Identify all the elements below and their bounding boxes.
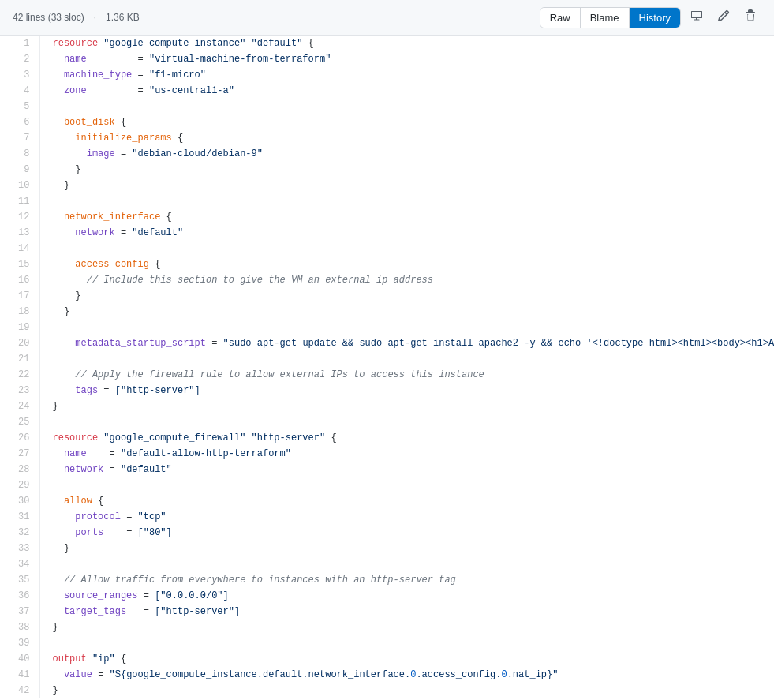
line-number: 18 bbox=[0, 304, 39, 320]
line-content bbox=[39, 351, 774, 367]
line-content: resource "google_compute_firewall" "http… bbox=[39, 430, 774, 446]
blame-button[interactable]: Blame bbox=[581, 8, 630, 28]
table-row: 1resource "google_compute_instance" "def… bbox=[0, 36, 774, 51]
trash-icon bbox=[744, 9, 757, 22]
line-number: 31 bbox=[0, 509, 39, 525]
line-content: network = "default" bbox=[39, 225, 774, 241]
table-row: 28 network = "default" bbox=[0, 462, 774, 477]
table-row: 16 // Include this section to give the V… bbox=[0, 272, 774, 288]
line-content: name = "virtual-machine-from-terraform" bbox=[39, 51, 774, 67]
line-content: } bbox=[39, 304, 774, 320]
table-row: 36 source_ranges = ["0.0.0.0/0"] bbox=[0, 588, 774, 604]
line-content: // Apply the firewall rule to allow exte… bbox=[39, 367, 774, 383]
table-row: 40output "ip" { bbox=[0, 651, 774, 667]
line-content: boot_disk { bbox=[39, 114, 774, 130]
table-row: 14 bbox=[0, 241, 774, 256]
history-button[interactable]: History bbox=[630, 8, 680, 28]
line-content: } bbox=[39, 288, 774, 304]
table-row: 18 } bbox=[0, 304, 774, 320]
line-content: name = "default-allow-http-terraform" bbox=[39, 446, 774, 462]
table-row: 27 name = "default-allow-http-terraform" bbox=[0, 446, 774, 462]
line-content: } bbox=[39, 683, 774, 698]
table-row: 23 tags = ["http-server"] bbox=[0, 383, 774, 399]
line-number: 24 bbox=[0, 399, 39, 414]
line-content: zone = "us-central1-a" bbox=[39, 83, 774, 99]
line-number: 14 bbox=[0, 241, 39, 256]
code-container: 1resource "google_compute_instance" "def… bbox=[0, 36, 774, 698]
line-count: 42 lines (33 sloc) bbox=[13, 12, 84, 23]
line-content: } bbox=[39, 541, 774, 556]
table-row: 17 } bbox=[0, 288, 774, 304]
line-content: initialize_params { bbox=[39, 130, 774, 146]
line-number: 41 bbox=[0, 667, 39, 683]
line-number: 26 bbox=[0, 430, 39, 446]
table-row: 21 bbox=[0, 351, 774, 367]
line-content: allow { bbox=[39, 493, 774, 509]
line-content: image = "debian-cloud/debian-9" bbox=[39, 146, 774, 162]
line-number: 15 bbox=[0, 256, 39, 272]
line-content bbox=[39, 193, 774, 209]
line-number: 3 bbox=[0, 67, 39, 83]
line-number: 28 bbox=[0, 462, 39, 477]
line-content: resource "google_compute_instance" "defa… bbox=[39, 36, 774, 51]
display-button[interactable] bbox=[686, 6, 708, 28]
edit-button[interactable] bbox=[712, 6, 735, 28]
line-number: 6 bbox=[0, 114, 39, 130]
line-content bbox=[39, 477, 774, 493]
line-number: 23 bbox=[0, 383, 39, 399]
line-number: 40 bbox=[0, 651, 39, 667]
line-content: // Include this section to give the VM a… bbox=[39, 272, 774, 288]
line-number: 16 bbox=[0, 272, 39, 288]
table-row: 11 bbox=[0, 193, 774, 209]
line-content: network_interface { bbox=[39, 209, 774, 225]
table-row: 30 allow { bbox=[0, 493, 774, 509]
line-content: ports = ["80"] bbox=[39, 525, 774, 541]
table-row: 31 protocol = "tcp" bbox=[0, 509, 774, 525]
line-number: 4 bbox=[0, 83, 39, 99]
table-row: 10 } bbox=[0, 178, 774, 193]
line-content: } bbox=[39, 162, 774, 178]
monitor-icon bbox=[690, 9, 703, 22]
line-content: network = "default" bbox=[39, 462, 774, 477]
line-number: 32 bbox=[0, 525, 39, 541]
line-number: 27 bbox=[0, 446, 39, 462]
line-content: source_ranges = ["0.0.0.0/0"] bbox=[39, 588, 774, 604]
line-number: 2 bbox=[0, 51, 39, 67]
line-content: value = "${google_compute_instance.defau… bbox=[39, 667, 774, 683]
table-row: 19 bbox=[0, 320, 774, 335]
file-size: 1.36 KB bbox=[106, 12, 140, 23]
table-row: 20 metadata_startup_script = "sudo apt-g… bbox=[0, 335, 774, 351]
line-number: 12 bbox=[0, 209, 39, 225]
file-info: 42 lines (33 sloc) · 1.36 KB bbox=[13, 12, 140, 23]
table-row: 15 access_config { bbox=[0, 256, 774, 272]
toolbar: 42 lines (33 sloc) · 1.36 KB Raw Blame H… bbox=[0, 0, 774, 36]
table-row: 33 } bbox=[0, 541, 774, 556]
table-row: 38} bbox=[0, 620, 774, 635]
table-row: 34 bbox=[0, 556, 774, 572]
line-content: } bbox=[39, 399, 774, 414]
table-row: 7 initialize_params { bbox=[0, 130, 774, 146]
line-content bbox=[39, 241, 774, 256]
line-content bbox=[39, 556, 774, 572]
raw-button[interactable]: Raw bbox=[540, 8, 581, 28]
table-row: 3 machine_type = "f1-micro" bbox=[0, 67, 774, 83]
line-number: 5 bbox=[0, 99, 39, 114]
table-row: 32 ports = ["80"] bbox=[0, 525, 774, 541]
line-number: 21 bbox=[0, 351, 39, 367]
line-content: } bbox=[39, 178, 774, 193]
line-content: access_config { bbox=[39, 256, 774, 272]
line-number: 38 bbox=[0, 620, 39, 635]
line-number: 11 bbox=[0, 193, 39, 209]
line-content: } bbox=[39, 620, 774, 635]
table-row: 26resource "google_compute_firewall" "ht… bbox=[0, 430, 774, 446]
line-content: protocol = "tcp" bbox=[39, 509, 774, 525]
delete-button[interactable] bbox=[739, 6, 761, 28]
file-size-separator: · bbox=[94, 12, 96, 23]
line-content bbox=[39, 414, 774, 430]
table-row: 9 } bbox=[0, 162, 774, 178]
line-content: machine_type = "f1-micro" bbox=[39, 67, 774, 83]
line-content: metadata_startup_script = "sudo apt-get … bbox=[39, 335, 774, 351]
line-number: 33 bbox=[0, 541, 39, 556]
line-number: 17 bbox=[0, 288, 39, 304]
table-row: 39 bbox=[0, 635, 774, 651]
